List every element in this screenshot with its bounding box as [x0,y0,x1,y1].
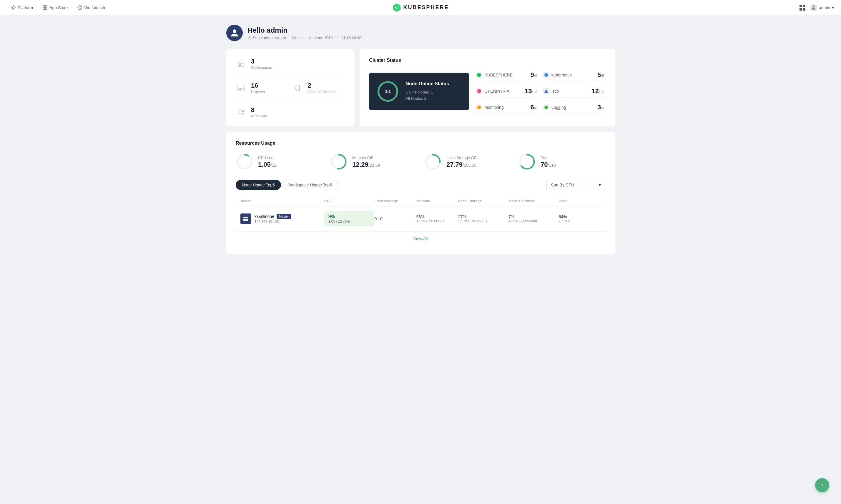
node-status-box: 1/1 Node Online Status Online Nodes: 1 A… [369,73,469,110]
pods-detail: 70 / 110 [559,219,600,223]
user-greeting: Hello admin [247,26,361,34]
svg-rect-11 [238,62,244,67]
kubesphere-badge-icon [476,72,482,78]
storage-donut [424,153,442,170]
user-role: Super administrator [247,36,286,40]
inode-detail: 426803 / 6553600 [508,219,559,223]
devops-icon [293,83,303,93]
svg-rect-2 [45,5,47,7]
storage-pct: 27% [458,214,508,219]
pod-label: Pod [541,156,556,160]
component-istio-name: Istio [543,88,559,94]
node-ip: 192.168.101.20 [255,220,291,224]
memory-label: Memory GiB [352,156,380,160]
pod-value: 70/110 [541,161,556,168]
svg-point-19 [242,110,244,112]
storage-detail: 27.79 / 105.55 GB [458,219,508,223]
svg-rect-14 [239,87,243,87]
sort-label: Sort By CPU [551,183,574,187]
grid-icon[interactable] [800,5,805,11]
component-logging: Logging 3/3 [542,101,605,114]
admin-menu[interactable]: admin ▾ [810,4,834,11]
devops-stat: 2 DevOps Projects [293,82,345,94]
memory-value: 12.29/23.39 [352,161,380,168]
cpu-detail: 1.05 / 12 core [328,219,370,223]
cpu-pct: 9% [328,214,370,219]
svg-point-41 [244,220,245,220]
devops-count: 2 [308,82,337,89]
svg-point-9 [249,36,250,38]
workbench-nav-item[interactable]: Workbench [73,3,109,12]
accounts-icon [236,107,246,117]
component-kubesphere: KUBESPHERE 9/9 [475,69,538,82]
node-name-cell: ks-allinone Master 192.168.101.20 [241,214,324,224]
monitoring-badge-icon [476,104,482,110]
svg-marker-27 [544,89,548,93]
cluster-content: 1/1 Node Online Status Online Nodes: 1 A… [369,69,605,114]
accounts-stat: 8 Accounts [236,106,344,118]
nav-left: Platform App Store Workbench [7,3,109,12]
node-table: Nodes CPU Load Average Memory Local Stor… [236,196,605,231]
node-status-title: Node Online Status [405,81,449,87]
floating-icon: ↑ [821,482,824,489]
workspaces-info: 3 Workspaces [251,58,272,70]
floating-action-button[interactable]: ↑ [815,478,829,492]
devops-label: DevOps Projects [308,90,337,94]
tabs-row: Node Usage Top5 Workspace Usage Top5 Sor… [236,180,605,190]
component-kubesphere-name: KUBESPHERE [476,72,513,78]
cpu-cell: 9% 1.05 / 12 core [324,211,374,227]
table-header: Nodes CPU Load Average Memory Local Stor… [236,196,605,206]
node-hostname: ks-allinone [255,214,274,219]
projects-info: 16 Projects [251,82,265,94]
tab-node-usage[interactable]: Node Usage Top5 [236,180,281,190]
component-openpitrix: OP OPENP!TRIX 13/13 [475,85,538,97]
load-avg-value: 0.10 [374,216,382,221]
node-gauge: 1/1 [376,80,400,103]
component-openpitrix-name: OP OPENP!TRIX [476,88,509,94]
node-name-row: ks-allinone Master [255,214,291,219]
admin-chevron-icon: ▾ [832,5,834,10]
workbench-icon [77,5,82,10]
pods-pct: 64% [559,214,600,219]
svg-text:K: K [545,74,546,76]
svg-point-0 [12,7,14,8]
all-nodes: All Nodes: 1 [405,95,449,102]
user-info: Hello admin Super administrator Last log… [247,26,361,40]
accounts-label: Accounts [251,114,267,118]
admin-label: admin [819,5,830,10]
svg-rect-3 [43,8,45,10]
storage-cell: 27% 27.79 / 105.55 GB [458,214,508,223]
metric-memory: Memory GiB 12.29/23.39 [330,153,417,170]
online-nodes: Online Nodes: 1 [405,89,449,95]
logo-text: KUBESPHERE [403,4,449,11]
pod-donut [518,153,536,170]
main-content: Hello admin Super administrator Last log… [214,15,627,264]
openpitrix-badge-icon: OP [476,88,482,94]
tab-workspace-usage[interactable]: Workspace Usage Top5 [282,180,338,190]
sort-select[interactable]: Sort By CPU ▾ [546,180,605,190]
storage-label: Local Storage GB [446,156,477,160]
svg-point-18 [239,110,241,112]
workbench-label: Workbench [84,5,105,10]
user-last-login: Last login time: 2019–11–11 16:24:38 [292,36,361,40]
workspaces-icon [236,58,246,69]
component-istio: Istio 12/12 [542,85,605,97]
cpu-metric-text: CPU core 1.05/12 [258,156,276,168]
svg-rect-1 [43,5,45,7]
accounts-info: 8 Accounts [251,106,267,118]
metric-storage: Local Storage GB 27.79/105.55 [424,153,511,170]
svg-point-40 [244,217,245,218]
storage-value: 27.79/105.55 [446,161,477,168]
navbar: Platform App Store Workbench [0,0,841,15]
view-all-row[interactable]: View All [236,231,605,246]
component-monitoring: Monitoring 6/6 [475,101,538,114]
platform-nav-item[interactable]: Platform [7,3,36,12]
kubernetes-badge-icon: K [543,72,549,78]
appstore-nav-item[interactable]: App Store [39,3,71,12]
svg-rect-16 [239,89,241,90]
svg-text:K: K [394,5,397,9]
load-avg-cell: 0.10 [374,216,416,221]
memory-donut [330,153,348,170]
resources-title: Resources Usage [236,141,605,146]
user-meta: Super administrator Last login time: 201… [247,36,361,40]
